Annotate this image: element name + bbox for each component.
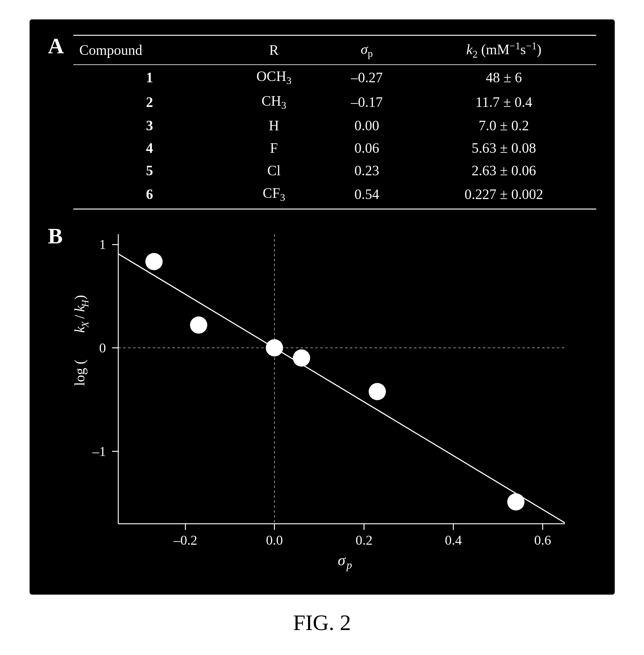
table-row: 1 OCH3 –0.27 48 ± 6 — [73, 65, 596, 90]
data-point-5 — [369, 383, 386, 400]
y-axis-label-close: ) — [72, 295, 88, 299]
cell-compound: 4 — [73, 137, 226, 159]
panel-a-label: A — [48, 35, 64, 57]
cell-sigma: –0.27 — [322, 65, 412, 90]
cell-r: OCH3 — [226, 65, 322, 90]
cell-sigma: 0.06 — [322, 137, 412, 159]
cell-compound: 5 — [73, 159, 226, 182]
cell-k2: 11.7 ± 0.4 — [412, 90, 596, 114]
y-tick-label: 0 — [99, 340, 106, 356]
table-row: 3 H 0.00 7.0 ± 0.2 — [73, 114, 596, 137]
data-point-1 — [145, 253, 163, 270]
cell-compound: 3 — [73, 114, 226, 137]
cell-k2: 2.63 ± 0.06 — [412, 159, 596, 182]
y-tick-label: 1 — [99, 237, 106, 252]
panel-b-label: B — [48, 225, 63, 247]
cell-k2: 0.227 ± 0.002 — [412, 182, 596, 209]
data-point-3 — [266, 339, 283, 357]
x-tick-label: 0.6 — [534, 533, 551, 548]
x-axis-label-sub: p — [346, 559, 352, 571]
col-header-sigma: σp — [322, 36, 412, 65]
x-tick-label: 0.2 — [355, 533, 372, 548]
x-tick-label: 0.0 — [266, 533, 283, 548]
y-axis-label: log ( — [72, 360, 88, 386]
x-axis-label: σ — [338, 551, 346, 569]
cell-r: H — [226, 114, 322, 137]
cell-sigma: 0.23 — [322, 159, 412, 182]
table-row: 4 F 0.06 5.63 ± 0.08 — [73, 137, 596, 159]
cell-k2: 7.0 ± 0.2 — [412, 114, 596, 137]
data-point-4 — [293, 349, 310, 367]
x-tick-label: –0.2 — [173, 533, 197, 548]
y-axis-label-slash: / — [72, 315, 88, 319]
cell-k2: 5.63 ± 0.08 — [412, 137, 596, 159]
col-header-compound: Compound — [73, 36, 226, 65]
black-panel: A Compound R σp k2 (mM−1s−1) 1 OCH3 — [29, 19, 615, 594]
table-row: 5 Cl 0.23 2.63 ± 0.06 — [73, 159, 596, 182]
y-axis-label-h-sub: H — [79, 299, 91, 307]
figure-container: A Compound R σp k2 (mM−1s−1) 1 OCH3 — [29, 19, 615, 635]
col-header-k2: k2 (mM−1s−1) — [412, 36, 596, 65]
y-tick-label: –1 — [92, 444, 106, 459]
table-row: 6 CF3 0.54 0.227 ± 0.002 — [73, 182, 596, 209]
x-tick-label: 0.4 — [445, 533, 462, 548]
panel-b: B — [48, 222, 596, 576]
cell-r: CF3 — [226, 182, 322, 209]
col-header-r: R — [226, 36, 322, 65]
data-table: Compound R σp k2 (mM−1s−1) 1 OCH3 –0.27 … — [73, 35, 596, 209]
data-point-2 — [190, 316, 207, 334]
cell-sigma: 0.54 — [322, 182, 412, 209]
figure-caption: FIG. 2 — [293, 610, 351, 636]
scatter-plot: –0.2 0.0 0.2 0.4 0.6 1 — [69, 222, 593, 576]
cell-r: CH3 — [226, 90, 322, 114]
cell-sigma: 0.00 — [322, 114, 412, 137]
cell-compound: 2 — [73, 90, 226, 114]
cell-r: F — [226, 137, 322, 159]
cell-compound: 1 — [73, 65, 226, 90]
cell-k2: 48 ± 6 — [412, 65, 596, 90]
cell-compound: 6 — [73, 182, 226, 209]
cell-sigma: –0.17 — [322, 90, 412, 114]
data-point-6 — [507, 493, 525, 511]
cell-r: Cl — [226, 159, 322, 182]
y-axis-label-x-sub: X — [79, 321, 91, 328]
svg-rect-1 — [118, 234, 565, 524]
panel-a: A Compound R σp k2 (mM−1s−1) 1 OCH3 — [48, 35, 596, 209]
table-row: 2 CH3 –0.17 11.7 ± 0.4 — [73, 90, 596, 114]
